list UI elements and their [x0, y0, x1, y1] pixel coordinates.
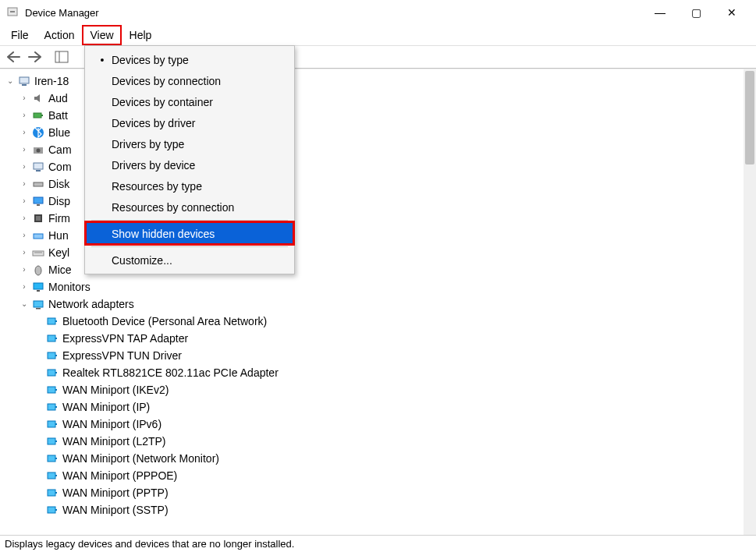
- network-adapter-icon: [45, 503, 59, 517]
- computer-icon: [31, 160, 45, 174]
- svg-rect-24: [34, 301, 43, 307]
- tree-device[interactable]: WAN Miniport (PPTP): [33, 484, 756, 501]
- expander-icon[interactable]: ⌄: [19, 295, 30, 313]
- svg-rect-44: [48, 472, 55, 479]
- device-label: Realtek RTL8821CE 802.11ac PCIe Adapter: [62, 364, 279, 381]
- category-label: Network adapters: [48, 295, 134, 313]
- tree-device[interactable]: WAN Miniport (IKEv2): [33, 381, 756, 398]
- device-label: WAN Miniport (IPv6): [62, 416, 161, 433]
- menu-separator: [91, 220, 288, 221]
- titlebar: Device Manager — ▢ ✕: [0, 0, 756, 25]
- close-button[interactable]: ✕: [714, 0, 750, 25]
- svg-rect-6: [34, 113, 41, 118]
- category-label: Monitors: [48, 278, 91, 295]
- check-mark: •: [93, 54, 112, 66]
- window-title: Device Manager: [25, 7, 99, 19]
- tree-device[interactable]: Realtek RTL8821CE 802.11ac PCIe Adapter: [33, 364, 756, 381]
- menu-item-label: Devices by type: [112, 54, 189, 66]
- expander-icon[interactable]: ›: [19, 244, 30, 261]
- svg-rect-31: [55, 355, 57, 356]
- expander-icon[interactable]: ›: [19, 90, 30, 107]
- svg-rect-15: [37, 204, 40, 206]
- expander-icon[interactable]: ›: [19, 107, 30, 124]
- expander-icon[interactable]: ›: [19, 261, 30, 278]
- maximize-button[interactable]: ▢: [678, 0, 714, 25]
- expander-icon[interactable]: ›: [19, 175, 30, 193]
- tree-root-label[interactable]: Iren-18: [34, 73, 69, 90]
- menu-help[interactable]: Help: [122, 25, 160, 45]
- device-label: ExpressVPN TUN Driver: [62, 347, 182, 364]
- view-menu-item[interactable]: Drivers by type: [85, 133, 294, 154]
- svg-rect-47: [55, 492, 57, 494]
- scrollbar-thumb[interactable]: [745, 71, 754, 165]
- menu-action[interactable]: Action: [37, 25, 83, 45]
- network-adapter-icon: [45, 469, 59, 483]
- view-menu-item[interactable]: Drivers by device: [85, 154, 294, 175]
- menu-item-label: Drivers by device: [112, 159, 195, 172]
- tree-device[interactable]: ExpressVPN TAP Adapter: [33, 330, 756, 347]
- tree-device[interactable]: WAN Miniport (PPPOE): [33, 467, 756, 484]
- expander-icon[interactable]: ›: [19, 141, 30, 158]
- category-label: Blue: [48, 124, 70, 141]
- svg-rect-14: [34, 197, 43, 203]
- view-menu-item[interactable]: Devices by connection: [85, 70, 294, 91]
- device-label: WAN Miniport (Network Monitor): [62, 450, 219, 467]
- device-label: WAN Miniport (PPTP): [62, 484, 169, 501]
- device-label: WAN Miniport (IP): [62, 398, 150, 416]
- svg-rect-45: [55, 475, 57, 476]
- category-label: Keyl: [48, 244, 69, 261]
- view-menu-item[interactable]: •Devices by type: [85, 49, 294, 70]
- menubar: File Action View Help: [0, 25, 756, 45]
- view-menu-item[interactable]: Resources by connection: [85, 196, 294, 218]
- svg-point-10: [37, 149, 41, 153]
- menu-item-label: Devices by connection: [112, 75, 221, 87]
- expander-icon[interactable]: ›: [19, 193, 30, 210]
- tree-device[interactable]: WAN Miniport (Network Monitor): [33, 450, 756, 467]
- network-adapter-icon: [45, 451, 59, 465]
- svg-rect-22: [34, 283, 43, 289]
- category-label: Hun: [48, 227, 69, 244]
- expander-icon[interactable]: ›: [19, 124, 30, 141]
- svg-rect-17: [36, 216, 41, 221]
- view-menu-item[interactable]: Show hidden devices: [85, 223, 294, 244]
- category-label: Com: [48, 158, 72, 175]
- nav-forward-button[interactable]: [27, 48, 44, 65]
- disk-icon: [31, 177, 45, 191]
- expander-icon[interactable]: ⌄: [5, 73, 16, 90]
- menu-view[interactable]: View: [82, 25, 121, 45]
- menu-item-label: Resources by connection: [112, 201, 234, 214]
- bluetooth-icon: [31, 126, 45, 140]
- svg-rect-29: [55, 338, 57, 339]
- svg-rect-27: [55, 320, 57, 322]
- tree-category[interactable]: ⌄Network adapters: [19, 295, 756, 313]
- vertical-scrollbar[interactable]: [744, 69, 756, 535]
- category-label: Cam: [48, 141, 72, 158]
- toolbar-show-button[interactable]: [53, 48, 70, 65]
- network-icon: [31, 297, 45, 311]
- tree-category[interactable]: ›Monitors: [19, 278, 756, 295]
- tree-device[interactable]: WAN Miniport (IPv6): [33, 416, 756, 433]
- expander-icon[interactable]: ›: [19, 227, 30, 244]
- expander-icon[interactable]: ›: [19, 210, 30, 227]
- computer-icon: [17, 74, 31, 88]
- network-adapter-icon: [45, 434, 59, 448]
- tree-device[interactable]: Bluetooth Device (Personal Area Network): [33, 313, 756, 330]
- expander-icon[interactable]: ›: [19, 278, 30, 295]
- nav-back-button[interactable]: [5, 48, 22, 65]
- svg-rect-5: [22, 84, 27, 86]
- view-menu-item[interactable]: Devices by container: [85, 91, 294, 112]
- tree-device[interactable]: WAN Miniport (L2TP): [33, 433, 756, 450]
- tree-device[interactable]: WAN Miniport (IP): [33, 398, 756, 416]
- app-icon: [6, 6, 19, 19]
- view-menu-item[interactable]: Customize...: [85, 249, 294, 271]
- menu-item-label: Devices by container: [112, 96, 213, 108]
- tree-device[interactable]: ExpressVPN TUN Driver: [33, 347, 756, 364]
- view-menu-item[interactable]: Resources by type: [85, 175, 294, 196]
- tree-device[interactable]: WAN Miniport (SSTP): [33, 501, 756, 518]
- expander-icon[interactable]: ›: [19, 158, 30, 175]
- menu-file[interactable]: File: [3, 25, 37, 45]
- minimize-button[interactable]: —: [642, 0, 678, 25]
- svg-rect-4: [20, 77, 29, 83]
- svg-rect-13: [34, 182, 43, 186]
- view-menu-item[interactable]: Devices by driver: [85, 112, 294, 133]
